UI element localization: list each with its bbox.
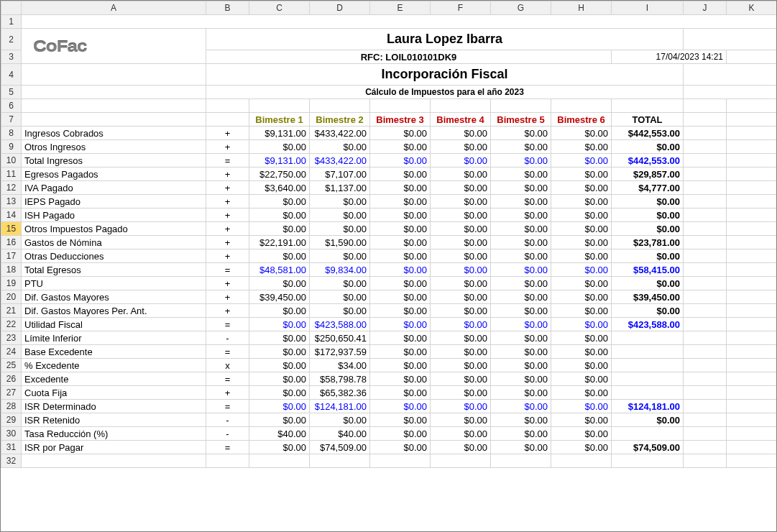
row[interactable]: 1	[1, 15, 777, 29]
row-header[interactable]: 29	[1, 413, 22, 427]
concept-label[interactable]: Ingresos Cobrados	[22, 127, 206, 140]
value-cell[interactable]: $0.00	[491, 441, 551, 454]
row-header[interactable]: 2	[1, 29, 22, 50]
data-row[interactable]: 9Otros Ingresos+$0.00$0.00$0.00$0.00$0.0…	[1, 140, 777, 154]
value-cell[interactable]: $0.00	[551, 154, 612, 168]
value-cell[interactable]: $0.00	[491, 222, 551, 236]
value-cell[interactable]: $0.00	[370, 263, 431, 277]
value-cell[interactable]: $0.00	[310, 208, 370, 222]
total-cell[interactable]	[612, 331, 684, 345]
operator-cell[interactable]: +	[206, 127, 249, 140]
cell[interactable]	[727, 331, 777, 345]
value-cell[interactable]: $22,191.00	[249, 236, 310, 249]
cell[interactable]	[727, 113, 777, 127]
operator-cell[interactable]: =	[206, 372, 249, 386]
cell[interactable]	[727, 372, 777, 386]
value-cell[interactable]: $0.00	[249, 222, 310, 236]
value-cell[interactable]: $0.00	[431, 140, 491, 154]
value-cell[interactable]: $1,590.00	[310, 236, 370, 249]
col-header[interactable]: G	[491, 1, 551, 15]
col-header[interactable]: H	[551, 1, 612, 15]
cell[interactable]	[612, 99, 684, 113]
value-cell[interactable]: $0.00	[249, 331, 310, 345]
total-cell[interactable]	[612, 427, 684, 441]
value-cell[interactable]: $0.00	[370, 386, 431, 400]
row-header[interactable]: 4	[1, 64, 22, 86]
value-cell[interactable]: $0.00	[431, 400, 491, 413]
value-cell[interactable]: $0.00	[551, 140, 612, 154]
total-cell[interactable]: $423,588.00	[612, 318, 684, 331]
row[interactable]: 32	[1, 454, 777, 468]
total-cell[interactable]: $442,553.00	[612, 127, 684, 140]
value-cell[interactable]: $0.00	[249, 277, 310, 290]
value-cell[interactable]: $0.00	[310, 290, 370, 304]
concept-label[interactable]: ISR Determinado	[22, 400, 206, 413]
value-cell[interactable]: $0.00	[431, 427, 491, 441]
cell[interactable]	[684, 359, 727, 372]
cell[interactable]	[249, 454, 310, 468]
row-header[interactable]: 1	[1, 15, 22, 29]
cell[interactable]	[727, 318, 777, 331]
operator-cell[interactable]: +	[206, 181, 249, 195]
concept-label[interactable]: Dif. Gastos Mayores Per. Ant.	[22, 304, 206, 318]
value-cell[interactable]: $34.00	[310, 359, 370, 372]
value-cell[interactable]: $0.00	[551, 427, 612, 441]
data-row[interactable]: 25% Excedentex$0.00$34.00$0.00$0.00$0.00…	[1, 359, 777, 372]
value-cell[interactable]: $0.00	[431, 331, 491, 345]
cell[interactable]	[727, 263, 777, 277]
total-cell[interactable]: $0.00	[612, 413, 684, 427]
cell[interactable]	[727, 99, 777, 113]
value-cell[interactable]: $0.00	[249, 413, 310, 427]
value-cell[interactable]: $0.00	[491, 427, 551, 441]
cell[interactable]	[684, 454, 727, 468]
value-cell[interactable]: $0.00	[249, 140, 310, 154]
concept-label[interactable]: ISH Pagado	[22, 208, 206, 222]
value-cell[interactable]: $0.00	[431, 236, 491, 249]
row[interactable]: 7 Bimestre 1 Bimestre 2 Bimestre 3 Bimes…	[1, 113, 777, 127]
data-row[interactable]: 26Excedente=$0.00$58,798.78$0.00$0.00$0.…	[1, 372, 777, 386]
cell[interactable]	[684, 249, 727, 263]
value-cell[interactable]: $0.00	[310, 140, 370, 154]
cell[interactable]	[22, 113, 206, 127]
data-row[interactable]: 28ISR Determinado=$0.00$124,181.00$0.00$…	[1, 400, 777, 413]
cell[interactable]	[551, 454, 612, 468]
value-cell[interactable]: $0.00	[491, 208, 551, 222]
operator-cell[interactable]: =	[206, 400, 249, 413]
value-cell[interactable]: $0.00	[431, 386, 491, 400]
value-cell[interactable]: $0.00	[431, 304, 491, 318]
value-cell[interactable]: $0.00	[370, 413, 431, 427]
cell[interactable]	[206, 99, 249, 113]
value-cell[interactable]: $0.00	[431, 345, 491, 359]
total-cell[interactable]: $29,857.00	[612, 168, 684, 181]
total-cell[interactable]: $74,509.00	[612, 441, 684, 454]
value-cell[interactable]: $0.00	[370, 140, 431, 154]
value-cell[interactable]: $7,107.00	[310, 168, 370, 181]
value-cell[interactable]: $0.00	[431, 195, 491, 208]
cell[interactable]	[370, 99, 431, 113]
col-header[interactable]: I	[612, 1, 684, 15]
total-cell[interactable]: $0.00	[612, 195, 684, 208]
operator-cell[interactable]: +	[206, 208, 249, 222]
value-cell[interactable]: $0.00	[551, 168, 612, 181]
value-cell[interactable]: $0.00	[551, 263, 612, 277]
value-cell[interactable]: $0.00	[491, 236, 551, 249]
cell[interactable]	[684, 290, 727, 304]
value-cell[interactable]: $0.00	[491, 331, 551, 345]
row-header[interactable]: 12	[1, 181, 22, 195]
row[interactable]: 4 Incorporación Fiscal	[1, 64, 777, 86]
value-cell[interactable]: $0.00	[551, 236, 612, 249]
value-cell[interactable]: $433,422.00	[310, 154, 370, 168]
value-cell[interactable]: $0.00	[370, 208, 431, 222]
cell[interactable]	[310, 454, 370, 468]
value-cell[interactable]: $9,131.00	[249, 154, 310, 168]
value-cell[interactable]: $0.00	[370, 427, 431, 441]
value-cell[interactable]: $0.00	[551, 208, 612, 222]
cell[interactable]	[551, 99, 612, 113]
concept-label[interactable]: Tasa Reducción (%)	[22, 427, 206, 441]
col-header[interactable]: B	[206, 1, 249, 15]
value-cell[interactable]: $1,137.00	[310, 181, 370, 195]
cell[interactable]	[684, 195, 727, 208]
value-cell[interactable]: $0.00	[370, 304, 431, 318]
value-cell[interactable]: $0.00	[370, 441, 431, 454]
total-cell[interactable]	[612, 359, 684, 372]
